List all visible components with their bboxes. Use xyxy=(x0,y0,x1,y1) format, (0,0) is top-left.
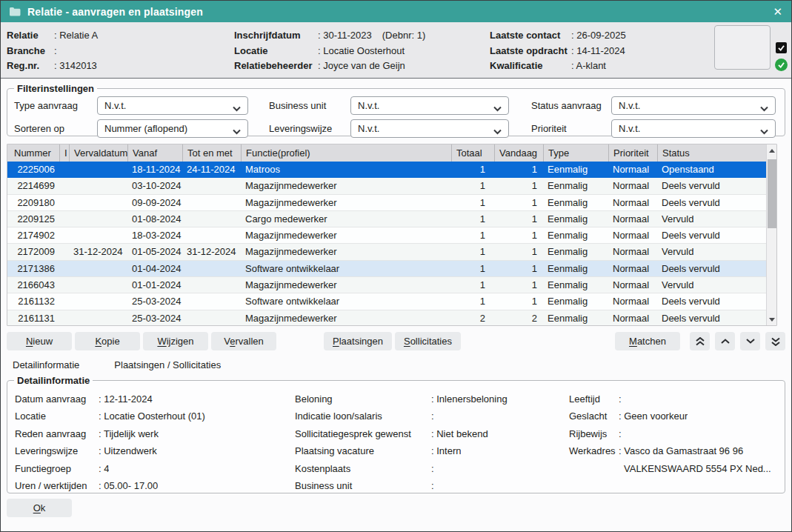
close-icon[interactable]: ✕ xyxy=(773,1,782,22)
column-header[interactable]: Type xyxy=(544,144,609,162)
tab-detailinformatie[interactable]: Detailinformatie xyxy=(13,359,79,371)
select-value: N.v.t. xyxy=(358,100,379,111)
table-cell xyxy=(70,310,128,325)
table-cell: Deels vervuld xyxy=(658,261,766,276)
column-header[interactable]: Totaal xyxy=(452,144,495,162)
chevron-down-icon xyxy=(759,126,769,137)
detail-value: Niet bekend xyxy=(431,425,488,442)
move-last-button[interactable] xyxy=(765,332,785,350)
table-row[interactable]: 216113225-03-2024Software ontwikkelaar11… xyxy=(7,293,766,310)
table-body: 222500618-11-202424-11-2024Matroos11Eenm… xyxy=(7,162,766,325)
nieuw-button[interactable]: Nieuw xyxy=(7,332,72,350)
table-cell: Deels vervuld xyxy=(658,293,766,309)
column-header[interactable]: Prioriteit xyxy=(609,144,658,162)
business-unit-select[interactable]: N.v.t. xyxy=(350,96,509,115)
column-header[interactable]: Functie(profiel) xyxy=(242,144,452,162)
column-header[interactable]: Vanaf xyxy=(128,144,183,162)
table-cell xyxy=(183,293,242,309)
table-cell xyxy=(60,178,70,193)
detail-value xyxy=(431,408,436,425)
table-row[interactable]: 216604301-01-2024Magazijnmedewerker11Een… xyxy=(7,277,766,293)
field-label: Relatiebeheerder xyxy=(234,59,318,74)
table-cell: 1 xyxy=(452,195,495,210)
table-cell: 1 xyxy=(495,277,544,293)
detail-value: Inlenersbeloning xyxy=(431,390,508,408)
table-cell: 09-09-2024 xyxy=(128,195,183,210)
kopie-button[interactable]: Kopie xyxy=(75,332,140,350)
table-cell: 1 xyxy=(495,261,544,276)
detail-value xyxy=(431,460,436,477)
table-cell xyxy=(183,261,242,276)
table-cell: Normaal xyxy=(609,277,658,293)
field-value: Relatie A xyxy=(54,30,98,41)
matchen-button[interactable]: Matchen xyxy=(615,332,680,350)
relation-header: RelatieRelatie A Branche Reg.nr.3142013 … xyxy=(1,22,791,79)
column-header[interactable]: Nummer xyxy=(7,144,60,162)
table-row[interactable]: 220918009-09-2024Magazijnmedewerker11Een… xyxy=(7,195,766,211)
type-aanvraag-select[interactable]: N.v.t. xyxy=(97,96,248,115)
detail-label: Datum aanvraag xyxy=(15,390,99,408)
detail-legend: Detailinformatie xyxy=(14,375,93,386)
detail-label: Uren / werktijden xyxy=(15,477,99,494)
plaatsingen-button[interactable]: Plaatsingen xyxy=(324,332,392,350)
table-cell: 01-05-2024 xyxy=(128,244,183,259)
table-row[interactable]: 217200931-12-202401-05-202431-12-2024Mag… xyxy=(7,244,766,260)
status-aanvraag-select[interactable]: N.v.t. xyxy=(611,96,776,115)
column-header[interactable]: Vandaag xyxy=(495,144,544,162)
table-cell: 1 xyxy=(452,162,495,177)
relatie-window: Relatie - aanvragen en plaatsingen ✕ Rel… xyxy=(0,0,792,532)
table-cell xyxy=(60,244,70,259)
prioriteit-select[interactable]: N.v.t. xyxy=(611,119,776,138)
checked-checkbox-icon[interactable] xyxy=(776,42,787,53)
detail-label: Leveringswijze xyxy=(15,442,99,459)
action-button-row: Nieuw Kopie Wijzigen Vervallen Plaatsing… xyxy=(7,332,785,350)
table-cell xyxy=(70,195,128,210)
table-cell: 18-03-2024 xyxy=(128,227,183,243)
chevron-down-icon xyxy=(493,126,502,137)
vervallen-button[interactable]: Vervallen xyxy=(211,332,276,350)
table-cell: Eenmalig xyxy=(544,310,609,325)
photo-placeholder xyxy=(714,25,771,70)
wijzigen-button[interactable]: Wijzigen xyxy=(143,332,208,350)
table-cell: 1 xyxy=(452,227,495,243)
move-down-button[interactable] xyxy=(740,332,760,350)
filter-label: Business unit xyxy=(259,100,350,111)
scrollbar-up-arrow[interactable] xyxy=(767,144,776,156)
field-label: Branche xyxy=(7,44,54,59)
table-cell: Eenmalig xyxy=(544,293,609,309)
scrollbar-down-arrow[interactable] xyxy=(767,313,776,325)
table-row[interactable]: 221469903-10-2024Magazijnmedewerker11Een… xyxy=(7,178,766,194)
move-first-button[interactable] xyxy=(690,332,710,350)
move-up-button[interactable] xyxy=(715,332,735,350)
field-label: Locatie xyxy=(234,44,318,59)
table-row[interactable]: 217490218-03-2024Magazijnmedewerker11Een… xyxy=(7,227,766,244)
table-cell: 18-11-2024 xyxy=(128,162,183,177)
column-header[interactable]: Tot en met xyxy=(183,144,242,162)
field-label: Relatie xyxy=(7,28,54,44)
vertical-scrollbar[interactable] xyxy=(766,144,776,325)
column-header[interactable]: I xyxy=(60,144,70,162)
requests-table: Nummer I Vervaldatum Vanaf Tot en met Fu… xyxy=(7,144,777,326)
detail-value: 05.00- 17.00 xyxy=(99,477,158,494)
table-cell: 1 xyxy=(452,277,495,293)
table-cell: Normaal xyxy=(609,178,658,193)
table-row[interactable]: 216113125-03-2024Magazijnmedewerker22Een… xyxy=(7,310,766,325)
tab-plaatsingen-sollicitaties[interactable]: Plaatsingen / Sollicitaties xyxy=(114,359,221,371)
table-cell xyxy=(183,310,242,325)
detail-tabs: Detailinformatie Plaatsingen / Sollicita… xyxy=(13,359,791,371)
column-header[interactable]: Status xyxy=(658,144,766,162)
scrollbar-thumb[interactable] xyxy=(768,159,776,228)
column-header[interactable]: Vervaldatum xyxy=(70,144,128,162)
table-row[interactable]: 220912501-08-2024Cargo medewerker11Eenma… xyxy=(7,211,766,227)
table-row[interactable]: 217138601-04-2024Software ontwikkelaar11… xyxy=(7,261,766,277)
table-row[interactable]: 222500618-11-202424-11-2024Matroos11Eenm… xyxy=(7,162,766,178)
sorteren-op-select[interactable]: Nummer (aflopend) xyxy=(97,119,248,138)
field-value: Joyce van de Geijn xyxy=(318,60,405,71)
table-cell: 2209180 xyxy=(7,195,60,210)
sollicitaties-button[interactable]: Sollicitaties xyxy=(395,332,461,350)
detail-value: Tijdelijk werk xyxy=(99,425,159,442)
ok-button[interactable]: Ok xyxy=(7,499,72,517)
leveringswijze-select[interactable]: N.v.t. xyxy=(350,119,509,138)
table-cell xyxy=(183,195,242,210)
table-cell: Deels vervuld xyxy=(658,195,766,210)
